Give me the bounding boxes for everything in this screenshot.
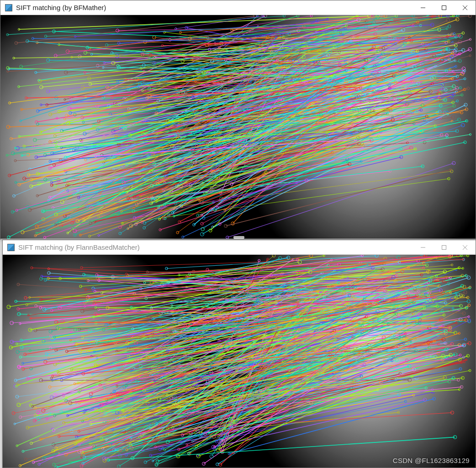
svg-point-2728 [392, 275, 396, 279]
close-button[interactable] [455, 0, 476, 15]
maximize-icon [442, 245, 446, 250]
svg-rect-1565 [442, 245, 446, 249]
app-icon [5, 4, 12, 11]
image-viewport [0, 15, 476, 239]
titlebar[interactable]: SIFT matching (by BFMather) [0, 0, 476, 15]
svg-point-251 [226, 236, 229, 239]
window-controls [413, 240, 476, 254]
window-sift-flann: SIFT matching (by FlannBasedMatcher) [2, 240, 476, 468]
close-icon [463, 5, 467, 10]
svg-point-2991 [210, 455, 213, 458]
svg-point-1954 [375, 255, 378, 258]
minimize-button[interactable] [413, 0, 434, 15]
match-lines-overlay [3, 255, 476, 468]
scrollbar-thumb-horizontal[interactable] [233, 236, 244, 239]
window-title: SIFT matching (by FlannBasedMatcher) [18, 243, 413, 251]
maximize-button[interactable] [434, 0, 455, 15]
svg-rect-1 [442, 5, 446, 10]
minimize-icon [421, 5, 425, 10]
match-lines-overlay [0, 15, 476, 239]
svg-point-2898 [53, 463, 56, 466]
close-icon [463, 245, 467, 250]
app-icon [7, 244, 15, 251]
svg-point-293 [7, 236, 11, 239]
window-controls [413, 0, 476, 15]
svg-point-455 [67, 232, 69, 234]
svg-point-2125 [258, 259, 260, 262]
svg-point-1707 [156, 460, 159, 463]
image-viewport [3, 255, 476, 468]
window-sift-bfmatcher: SIFT matching (by BFMather) [0, 0, 476, 240]
svg-point-2680 [450, 342, 453, 345]
svg-point-840 [446, 18, 450, 22]
window-title: SIFT matching (by BFMather) [16, 4, 413, 11]
svg-point-2970 [12, 412, 15, 415]
titlebar[interactable]: SIFT matching (by FlannBasedMatcher) [3, 240, 476, 255]
svg-point-2512 [272, 255, 275, 257]
svg-point-63 [401, 28, 405, 32]
svg-point-2241 [49, 330, 52, 333]
minimize-icon [421, 245, 425, 250]
svg-point-563 [176, 231, 179, 234]
close-button[interactable] [455, 240, 476, 254]
maximize-button[interactable] [434, 240, 455, 254]
minimize-button[interactable] [413, 240, 434, 254]
maximize-icon [442, 5, 446, 10]
